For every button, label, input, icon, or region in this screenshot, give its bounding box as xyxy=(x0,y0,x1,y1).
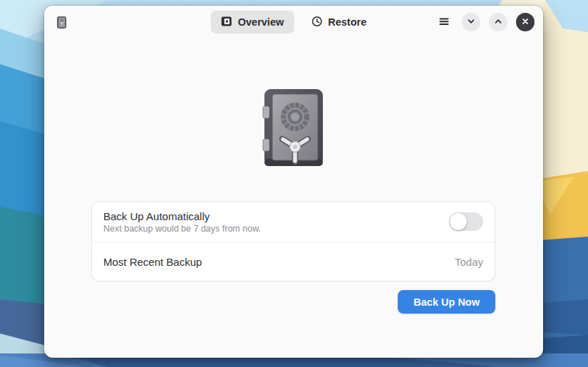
overview-page: Back Up Automatically Next backup would … xyxy=(44,38,543,358)
close-icon xyxy=(520,16,531,29)
tab-restore-label: Restore xyxy=(328,16,366,28)
menu-icon xyxy=(438,16,450,29)
auto-backup-subtitle: Next backup would be 7 days from now. xyxy=(103,224,261,234)
minimize-button[interactable] xyxy=(462,13,480,31)
auto-backup-row: Back Up Automatically Next backup would … xyxy=(92,202,495,242)
tab-overview[interactable]: Overview xyxy=(211,11,294,33)
chevron-up-icon xyxy=(492,16,504,29)
desktop: Overview Restore xyxy=(0,0,588,367)
chevron-down-icon xyxy=(465,16,477,29)
auto-backup-toggle[interactable] xyxy=(449,212,483,231)
backups-app-window: Overview Restore xyxy=(44,6,543,358)
view-switcher: Overview Restore xyxy=(211,11,377,33)
menu-button[interactable] xyxy=(435,13,453,31)
clock-icon xyxy=(311,16,322,29)
auto-backup-title: Back Up Automatically xyxy=(103,210,261,222)
tab-restore[interactable]: Restore xyxy=(301,11,376,33)
window-controls xyxy=(435,13,535,31)
app-safe-icon xyxy=(57,16,66,29)
toggle-knob xyxy=(450,213,467,230)
settings-card: Back Up Automatically Next backup would … xyxy=(91,201,495,281)
safe-icon xyxy=(221,16,232,29)
close-button[interactable] xyxy=(516,13,535,31)
safe-hero-icon xyxy=(262,89,325,172)
maximize-button[interactable] xyxy=(489,13,507,31)
back-up-now-button[interactable]: Back Up Now xyxy=(398,290,495,314)
recent-backup-value: Today xyxy=(455,256,483,268)
headerbar: Overview Restore xyxy=(44,6,543,38)
tab-overview-label: Overview xyxy=(238,16,284,28)
recent-backup-row: Most Recent Backup Today xyxy=(92,242,495,281)
recent-backup-title: Most Recent Backup xyxy=(103,256,202,268)
